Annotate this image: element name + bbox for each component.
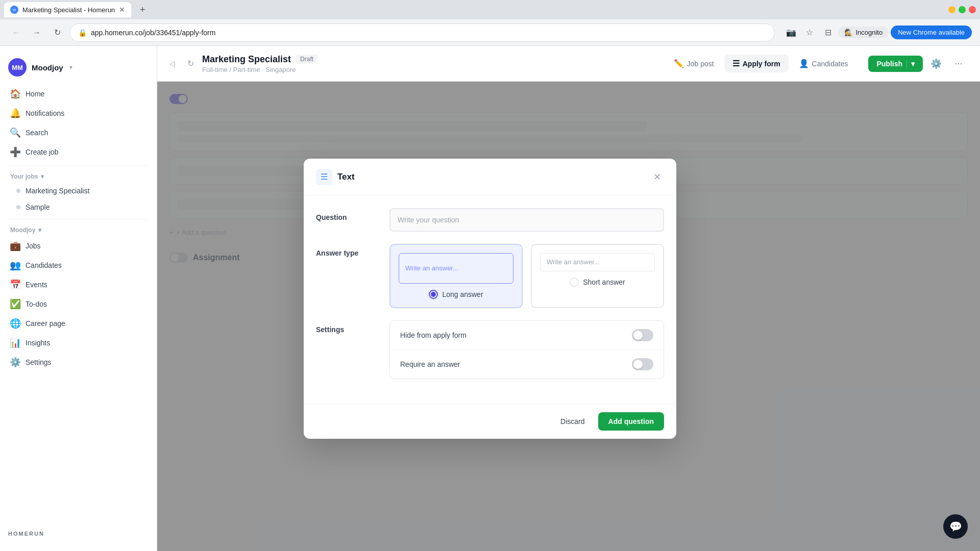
back-to-jobs-icon[interactable]: ◁ xyxy=(169,60,175,68)
reload-button[interactable]: ↻ xyxy=(49,24,65,41)
header-tabs: ✏️ Job post ☰ Apply form 👤 Candidates xyxy=(666,55,856,72)
question-input[interactable] xyxy=(389,208,664,232)
tab-apply-form[interactable]: ☰ Apply form xyxy=(724,55,789,72)
sidebar-item-candidates[interactable]: 👥 Candidates xyxy=(4,256,153,274)
sidebar-item-todos[interactable]: ✅ To-dos xyxy=(4,295,153,313)
brand-name: Moodjoy xyxy=(32,63,63,72)
browser-chrome: H Marketing Specialist - Homerun ✕ + ← →… xyxy=(0,0,980,46)
modal-close-button[interactable]: ✕ xyxy=(650,170,664,184)
url-text: app.homerun.co/job/336451/apply-form xyxy=(91,29,766,37)
search-icon: 🔍 xyxy=(10,128,20,138)
incognito-button[interactable]: 🕵️ Incognito xyxy=(838,27,889,38)
your-jobs-section[interactable]: Your jobs ▾ xyxy=(0,170,157,183)
chat-widget-button[interactable]: 💬 xyxy=(943,514,968,539)
star-icon[interactable]: ☆ xyxy=(801,24,818,41)
long-answer-preview-text: Write an answer... xyxy=(405,264,458,272)
page-title: Marketing Specialist Draft xyxy=(202,54,317,65)
sidebar-item-label: Jobs xyxy=(26,242,41,250)
more-options-button[interactable]: ··· xyxy=(949,55,968,73)
answer-option-long[interactable]: Write an answer... Long answer xyxy=(389,244,523,308)
hide-from-apply-form-row: Hide from apply form xyxy=(390,321,664,349)
sidebar-item-label: Sample xyxy=(26,203,50,211)
tab-favicon: H xyxy=(10,6,18,14)
modal-dialog: ☰ Text ✕ Question xyxy=(304,159,676,439)
sidebar-item-marketing-specialist[interactable]: Marketing Specialist xyxy=(4,183,153,198)
sidebar-item-label: Events xyxy=(26,281,47,289)
job-post-tab-icon: ✏️ xyxy=(674,59,684,68)
tab-close-button[interactable]: ✕ xyxy=(119,6,125,14)
sidebar-item-sample[interactable]: Sample xyxy=(4,199,153,215)
address-bar[interactable]: 🔒 app.homerun.co/job/336451/apply-form xyxy=(69,23,775,42)
new-tab-button[interactable]: + xyxy=(135,3,150,17)
modal-header: ☰ Text ✕ xyxy=(304,159,676,196)
forward-button[interactable]: → xyxy=(29,24,45,41)
sidebar-item-events[interactable]: 📅 Events xyxy=(4,276,153,294)
answer-option-short[interactable]: Write an answer... Short answer xyxy=(531,244,664,308)
back-button[interactable]: ← xyxy=(8,24,24,41)
short-answer-radio-row: Short answer xyxy=(570,278,625,287)
require-toggle[interactable] xyxy=(632,358,653,370)
minimize-button[interactable] xyxy=(948,6,955,13)
sidebar-item-home[interactable]: 🏠 Home xyxy=(4,85,153,103)
sync-icon[interactable]: ↻ xyxy=(187,59,194,68)
header-actions: Publish ▾ ⚙️ ··· xyxy=(868,55,968,73)
homerun-logo: HOMERUN xyxy=(8,531,149,537)
new-chrome-button[interactable]: New Chrome available xyxy=(891,26,972,39)
add-question-button[interactable]: Add question xyxy=(598,412,664,431)
sidebar-item-jobs[interactable]: 💼 Jobs xyxy=(4,237,153,255)
answer-type-field: Write an answer... Long answer xyxy=(389,244,664,308)
discard-button[interactable]: Discard xyxy=(552,413,593,430)
sidebar-item-label: Create job xyxy=(26,148,59,156)
tab-grid-icon[interactable]: ⊟ xyxy=(820,24,836,41)
text-icon: ☰ xyxy=(321,172,328,182)
sidebar-item-label: Notifications xyxy=(26,109,64,117)
sidebar-item-search[interactable]: 🔍 Search xyxy=(4,123,153,142)
tab-candidates-label: Candidates xyxy=(812,60,848,68)
events-icon: 📅 xyxy=(10,280,20,290)
sidebar-header: MM Moodjoy ▾ xyxy=(0,54,157,81)
sidebar-item-create-job[interactable]: ➕ Create job xyxy=(4,143,153,161)
sidebar-item-career-page[interactable]: 🌐 Career page xyxy=(4,314,153,333)
todos-icon: ✅ xyxy=(10,299,20,309)
modal-body: Question Answer type xyxy=(304,196,676,404)
incognito-label: Incognito xyxy=(855,29,883,36)
notifications-icon: 🔔 xyxy=(10,108,20,118)
modal-overlay: ☰ Text ✕ Question xyxy=(157,82,980,551)
page-subtitle: Full-time / Part-time · Singapore xyxy=(202,66,317,73)
settings-row: Settings Hide from apply form xyxy=(316,320,664,379)
brand-chevron-icon: ▾ xyxy=(69,64,72,71)
hide-toggle-knob xyxy=(633,331,643,340)
sidebar-item-notifications[interactable]: 🔔 Notifications xyxy=(4,104,153,122)
modal-footer: Discard Add question xyxy=(304,404,676,439)
camera-icon[interactable]: 📷 xyxy=(783,24,799,41)
sidebar-item-label: Search xyxy=(26,129,48,137)
sidebar-divider-2 xyxy=(8,219,149,219)
sidebar-item-label: Home xyxy=(26,90,44,98)
publish-button[interactable]: Publish ▾ xyxy=(868,56,923,72)
your-jobs-chevron-icon: ▾ xyxy=(41,173,44,180)
browser-toolbar: ← → ↻ 🔒 app.homerun.co/job/336451/apply-… xyxy=(0,19,980,46)
candidates-icon: 👥 xyxy=(10,260,20,270)
tab-candidates[interactable]: 👤 Candidates xyxy=(791,55,856,72)
hide-toggle[interactable] xyxy=(632,329,653,341)
settings-field: Hide from apply form Require an answer xyxy=(389,320,664,379)
short-answer-preview: Write an answer... xyxy=(540,253,655,271)
sidebar-item-settings[interactable]: ⚙️ Settings xyxy=(4,353,153,371)
tab-job-post[interactable]: ✏️ Job post xyxy=(666,55,722,72)
create-job-icon: ➕ xyxy=(10,147,20,157)
browser-extras: 📷 ☆ ⊟ 🕵️ Incognito New Chrome available xyxy=(783,24,972,41)
page-settings-button[interactable]: ⚙️ xyxy=(927,55,945,73)
home-icon: 🏠 xyxy=(10,89,20,99)
modal-title-icon: ☰ xyxy=(316,169,332,185)
browser-tab[interactable]: H Marketing Specialist - Homerun ✕ xyxy=(4,2,131,17)
sidebar-item-insights[interactable]: 📊 Insights xyxy=(4,334,153,352)
moodjoy-section[interactable]: Moodjoy ▾ xyxy=(0,223,157,237)
close-button[interactable] xyxy=(969,6,976,13)
require-toggle-knob xyxy=(633,360,643,369)
long-answer-radio-row: Long answer xyxy=(429,290,483,299)
maximize-button[interactable] xyxy=(959,6,966,13)
app-container: MM Moodjoy ▾ 🏠 Home 🔔 Notifications 🔍 Se… xyxy=(0,46,980,551)
answer-options: Write an answer... Long answer xyxy=(389,244,664,308)
tab-title: Marketing Specialist - Homerun xyxy=(22,6,115,14)
settings-icon: ⚙️ xyxy=(10,357,20,367)
